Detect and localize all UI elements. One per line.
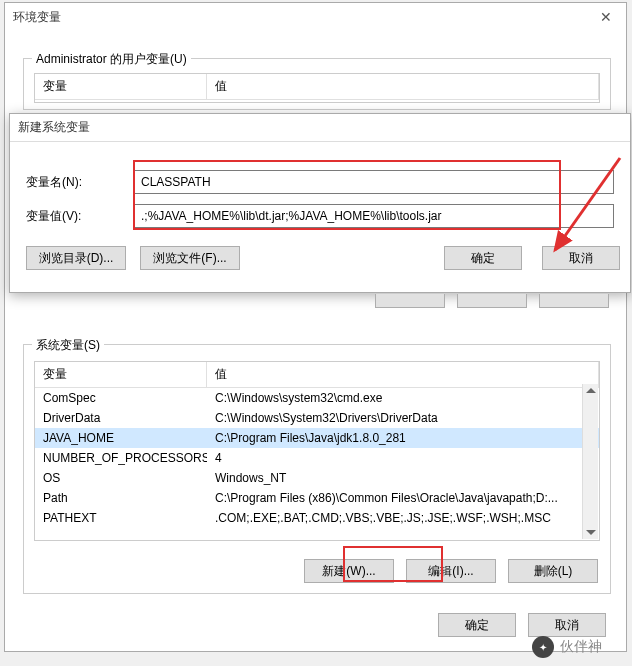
cell-var: OS	[35, 470, 207, 486]
obscured-button[interactable]: .	[375, 294, 445, 308]
table-row[interactable]: OSWindows_NT	[35, 468, 599, 488]
system-vars-group: 系统变量(S) 变量 值 ComSpecC:\Windows\system32\…	[23, 344, 611, 594]
scrollbar[interactable]	[582, 384, 598, 539]
cell-var: ComSpec	[35, 390, 207, 406]
wechat-icon: ✦	[532, 636, 554, 658]
cell-val: C:\Windows\system32\cmd.exe	[207, 390, 599, 406]
obscured-button[interactable]: .	[457, 294, 527, 308]
system-vars-table: 变量 值 ComSpecC:\Windows\system32\cmd.exeD…	[34, 361, 600, 541]
table-body[interactable]: ComSpecC:\Windows\system32\cmd.exeDriver…	[35, 388, 599, 528]
cell-var: Path	[35, 490, 207, 506]
user-vars-group: Administrator 的用户变量(U) 变量 值	[23, 58, 611, 110]
table-row[interactable]: PathC:\Program Files (x86)\Common Files\…	[35, 488, 599, 508]
ok-button[interactable]: 确定	[438, 613, 516, 637]
cell-val: C:\Windows\System32\Drivers\DriverData	[207, 410, 599, 426]
name-label: 变量名(N):	[26, 174, 134, 191]
browse-dir-button[interactable]: 浏览目录(D)...	[26, 246, 126, 270]
dialog-cancel-button[interactable]: 取消	[542, 246, 620, 270]
cell-var: PATHEXT	[35, 510, 207, 526]
new-button[interactable]: 新建(W)...	[304, 559, 394, 583]
cell-val: .COM;.EXE;.BAT;.CMD;.VBS;.VBE;.JS;.JSE;.…	[207, 510, 599, 526]
col-value[interactable]: 值	[207, 74, 599, 99]
cell-val: C:\Program Files (x86)\Common Files\Orac…	[207, 490, 599, 506]
name-row: 变量名(N):	[26, 170, 614, 194]
watermark-text: 伙伴神	[560, 638, 602, 656]
cell-val: Windows_NT	[207, 470, 599, 486]
edit-button[interactable]: 编辑(I)...	[406, 559, 496, 583]
obscured-button[interactable]: .	[539, 294, 609, 308]
value-row: 变量值(V):	[26, 204, 614, 228]
col-variable[interactable]: 变量	[35, 74, 207, 99]
cell-var: DriverData	[35, 410, 207, 426]
table-header: 变量 值	[35, 362, 599, 388]
table-row[interactable]: JAVA_HOMEC:\Program Files\Java\jdk1.8.0_…	[35, 428, 599, 448]
col-variable[interactable]: 变量	[35, 362, 207, 387]
delete-button[interactable]: 删除(L)	[508, 559, 598, 583]
titlebar: 新建系统变量	[10, 114, 630, 142]
dialog-title: 新建系统变量	[18, 119, 90, 136]
system-vars-label: 系统变量(S)	[32, 337, 104, 354]
new-sysvar-dialog: 新建系统变量 变量名(N): 变量值(V): 浏览目录(D)... 浏览文件(F…	[9, 113, 631, 293]
cell-val: C:\Program Files\Java\jdk1.8.0_281	[207, 430, 599, 446]
window-title: 环境变量	[13, 9, 61, 26]
browse-file-button[interactable]: 浏览文件(F)...	[140, 246, 240, 270]
cancel-button[interactable]: 取消	[528, 613, 606, 637]
table-row[interactable]: PATHEXT.COM;.EXE;.BAT;.CMD;.VBS;.VBE;.JS…	[35, 508, 599, 528]
cell-var: NUMBER_OF_PROCESSORS	[35, 450, 207, 466]
user-vars-table: 变量 值	[34, 73, 600, 103]
user-vars-label: Administrator 的用户变量(U)	[32, 51, 191, 68]
close-icon[interactable]: ✕	[586, 3, 626, 31]
table-row[interactable]: DriverDataC:\Windows\System32\Drivers\Dr…	[35, 408, 599, 428]
table-row[interactable]: ComSpecC:\Windows\system32\cmd.exe	[35, 388, 599, 408]
cell-var: JAVA_HOME	[35, 430, 207, 446]
dialog-ok-button[interactable]: 确定	[444, 246, 522, 270]
table-header: 变量 值	[35, 74, 599, 100]
col-value[interactable]: 值	[207, 362, 599, 387]
value-label: 变量值(V):	[26, 208, 134, 225]
env-vars-window: 环境变量 ✕ Administrator 的用户变量(U) 变量 值 系统变量(…	[4, 2, 627, 652]
titlebar: 环境变量 ✕	[5, 3, 626, 31]
name-input[interactable]	[134, 170, 614, 194]
value-input[interactable]	[134, 204, 614, 228]
cell-val: 4	[207, 450, 599, 466]
table-row[interactable]: NUMBER_OF_PROCESSORS4	[35, 448, 599, 468]
watermark: ✦ 伙伴神	[532, 636, 602, 658]
